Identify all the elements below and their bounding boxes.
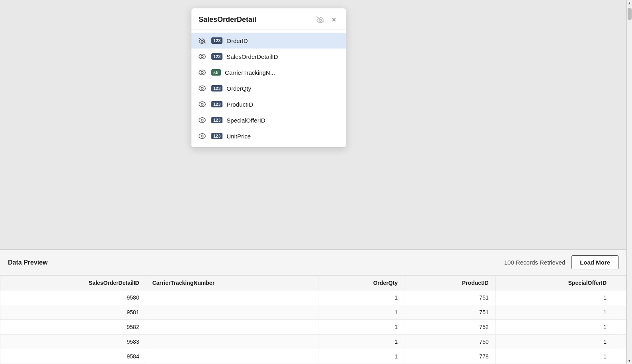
table-cell: 1 bbox=[495, 335, 613, 349]
data-table-container: SalesOrderDetailIDCarrierTrackingNumberO… bbox=[0, 275, 626, 364]
table-cell bbox=[146, 349, 318, 364]
eye-icon bbox=[198, 101, 207, 108]
table-cell: 1 bbox=[318, 320, 404, 335]
svg-point-4 bbox=[199, 70, 205, 75]
eye-icon bbox=[197, 53, 207, 60]
svg-point-6 bbox=[199, 86, 205, 91]
field-list: 123OrderID 123SalesOrderDetailID strCarr… bbox=[191, 29, 346, 147]
table-cell: 778 bbox=[404, 349, 495, 364]
table-cell: 750 bbox=[404, 335, 495, 349]
field-item[interactable]: 123OrderQty bbox=[191, 80, 346, 96]
scroll-up-arrow[interactable]: ▲ bbox=[627, 0, 632, 6]
table-cell: 1 bbox=[318, 305, 404, 320]
eye-icon bbox=[197, 68, 207, 76]
table-row: 958417781 bbox=[0, 349, 626, 364]
table-cell: 1 bbox=[495, 349, 613, 364]
scrollbar-thumb[interactable] bbox=[628, 8, 632, 20]
modal-title: SalesOrderDetail bbox=[199, 16, 256, 24]
field-item[interactable]: 123SalesOrderDetailID bbox=[191, 49, 346, 64]
table-row: 958017511 bbox=[0, 290, 626, 305]
load-more-button[interactable]: Load More bbox=[572, 255, 618, 269]
table-header-cell: ProductID bbox=[404, 276, 495, 290]
table-cell: 9580 bbox=[0, 290, 146, 305]
field-name: UnitPrice bbox=[226, 133, 340, 140]
eye-icon bbox=[197, 116, 207, 124]
table-cell: 1 bbox=[318, 290, 404, 305]
table-row: 958217521 bbox=[0, 320, 626, 335]
table-header-cell: SpecialOfferID bbox=[495, 276, 613, 290]
close-icon: × bbox=[332, 15, 336, 24]
eye-icon bbox=[198, 132, 207, 140]
table-cell: 751 bbox=[404, 305, 495, 320]
table-cell-extra bbox=[613, 290, 626, 305]
field-name: SpecialOfferID bbox=[226, 117, 340, 124]
field-item[interactable]: 123UnitPrice bbox=[191, 128, 346, 144]
table-cell: 9581 bbox=[0, 305, 146, 320]
table-cell-extra bbox=[613, 305, 626, 320]
table-cell-extra bbox=[613, 349, 626, 364]
data-table: SalesOrderDetailIDCarrierTrackingNumberO… bbox=[0, 275, 626, 364]
table-row: 958317501 bbox=[0, 335, 626, 349]
field-item[interactable]: 123ProductID bbox=[191, 96, 346, 112]
table-cell: 1 bbox=[318, 335, 404, 349]
field-name: OrderID bbox=[226, 37, 340, 44]
svg-point-7 bbox=[201, 87, 203, 89]
data-preview-title: Data Preview bbox=[8, 259, 48, 266]
modal-header: SalesOrderDetail × bbox=[191, 8, 346, 29]
table-header-cell: CarrierTrackingNumber bbox=[146, 276, 318, 290]
table-header-cell: OrderQty bbox=[318, 276, 404, 290]
eye-icon bbox=[197, 37, 207, 45]
field-name: OrderQty bbox=[226, 85, 340, 92]
eye-icon bbox=[197, 132, 207, 140]
field-name: SalesOrderDetailID bbox=[226, 53, 340, 60]
header-right-actions: 100 Records Retrieved Load More bbox=[504, 255, 618, 269]
table-cell: 9584 bbox=[0, 349, 146, 364]
table-header-cell: SalesOrderDetailID bbox=[0, 276, 146, 290]
records-info: 100 Records Retrieved bbox=[504, 259, 565, 266]
eye-icon bbox=[197, 84, 207, 92]
svg-point-3 bbox=[201, 55, 203, 57]
table-cell: 9583 bbox=[0, 335, 146, 349]
table-cell bbox=[146, 290, 318, 305]
modal-header-actions: × bbox=[316, 15, 339, 24]
hide-icon-button[interactable] bbox=[316, 15, 325, 24]
close-button[interactable]: × bbox=[329, 15, 339, 24]
table-cell-extra bbox=[613, 320, 626, 335]
svg-point-9 bbox=[201, 103, 203, 105]
svg-point-12 bbox=[199, 134, 205, 139]
table-cell-extra bbox=[613, 335, 626, 349]
field-name: ProductID bbox=[226, 101, 340, 108]
field-item[interactable]: strCarrierTrackingN... bbox=[191, 64, 346, 80]
eye-slash-icon bbox=[316, 16, 325, 23]
type-badge: 123 bbox=[211, 101, 222, 107]
eye-icon bbox=[197, 100, 207, 108]
table-cell: 752 bbox=[404, 320, 495, 335]
table-cell: 751 bbox=[404, 290, 495, 305]
data-preview-header: Data Preview 100 Records Retrieved Load … bbox=[0, 250, 626, 275]
eye-icon bbox=[198, 85, 207, 92]
table-row: 958117511 bbox=[0, 305, 626, 320]
type-badge: 123 bbox=[211, 133, 222, 139]
type-badge: 123 bbox=[211, 117, 222, 123]
scroll-down-arrow[interactable]: ▼ bbox=[627, 358, 632, 364]
scrollbar[interactable]: ▲ ▼ bbox=[626, 0, 632, 364]
table-cell: 1 bbox=[495, 320, 613, 335]
type-badge: 123 bbox=[211, 85, 222, 91]
svg-point-13 bbox=[201, 135, 203, 137]
type-badge: str bbox=[211, 69, 221, 76]
svg-point-8 bbox=[199, 102, 205, 107]
eye-icon bbox=[198, 53, 207, 60]
table-cell: 1 bbox=[495, 290, 613, 305]
table-cell bbox=[146, 305, 318, 320]
table-cell: 9582 bbox=[0, 320, 146, 335]
type-badge: 123 bbox=[211, 53, 222, 60]
table-header-cell-extra bbox=[613, 276, 626, 290]
field-item[interactable]: 123SpecialOfferID bbox=[191, 112, 346, 128]
field-selector-modal: SalesOrderDetail × 123OrderID bbox=[191, 8, 346, 148]
field-item[interactable]: 123OrderID bbox=[191, 33, 346, 49]
svg-point-5 bbox=[201, 71, 203, 73]
table-cell: 1 bbox=[318, 349, 404, 364]
table-cell bbox=[146, 335, 318, 349]
table-cell bbox=[146, 320, 318, 335]
table-cell: 1 bbox=[495, 305, 613, 320]
